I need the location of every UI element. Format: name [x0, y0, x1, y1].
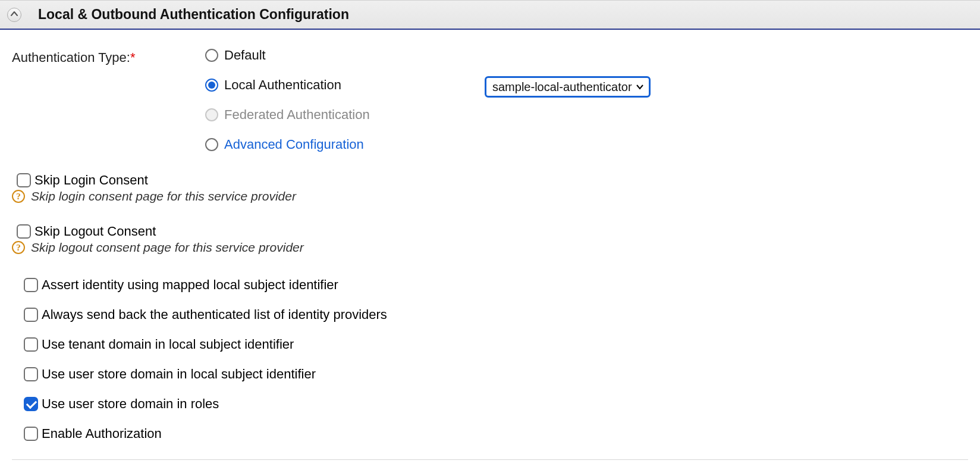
skip-logout-consent-help: Skip logout consent page for this servic…	[31, 240, 304, 255]
collapse-toggle[interactable]	[7, 8, 21, 22]
skip-login-consent-help-row: ? Skip login consent page for this servi…	[12, 189, 968, 203]
local-authenticator-select-wrap: sample-local-authenticator	[485, 76, 651, 98]
auth-radio-local[interactable]	[205, 79, 218, 92]
skip-login-consent[interactable]: Skip Login Consent	[17, 173, 968, 188]
auth-option-default-label: Default	[224, 48, 266, 63]
skip-logout-consent-help-row: ? Skip logout consent page for this serv…	[12, 240, 968, 255]
opt-always-send-idp-list-label: Always send back the authenticated list …	[42, 307, 387, 322]
auth-option-advanced[interactable]: Advanced Configuration	[205, 137, 485, 152]
chevron-up-icon	[10, 8, 18, 21]
additional-options: Assert identity using mapped local subje…	[19, 277, 968, 441]
opt-enable-authorization-checkbox[interactable]	[24, 427, 38, 441]
opt-use-user-store-domain-roles-checkbox[interactable]	[24, 397, 38, 411]
skip-logout-consent-checkbox[interactable]	[17, 224, 31, 239]
auth-type-row: Authentication Type:* Default Local Auth…	[12, 48, 968, 152]
auth-radio-default[interactable]	[205, 49, 218, 62]
opt-always-send-idp-list[interactable]: Always send back the authenticated list …	[24, 307, 968, 322]
auth-option-federated: Federated Authentication	[205, 107, 485, 123]
opt-assert-identity-label: Assert identity using mapped local subje…	[42, 277, 338, 293]
opt-enable-authorization[interactable]: Enable Authorization	[24, 426, 968, 441]
auth-type-label-text: Authentication Type:	[12, 50, 130, 65]
auth-option-advanced-label: Advanced Configuration	[224, 137, 364, 152]
help-icon[interactable]: ?	[12, 190, 25, 203]
skip-logout-consent[interactable]: Skip Logout Consent	[17, 224, 968, 239]
local-authenticator-select[interactable]: sample-local-authenticator	[485, 76, 651, 98]
section-header: Local & Outbound Authentication Configur…	[0, 0, 980, 30]
auth-radio-federated	[205, 108, 218, 121]
auth-option-local-label: Local Authentication	[224, 77, 341, 93]
opt-use-user-store-domain-roles-label: Use user store domain in roles	[42, 396, 219, 412]
section-content: Authentication Type:* Default Local Auth…	[0, 30, 980, 472]
opt-use-tenant-domain-label: Use tenant domain in local subject ident…	[42, 337, 294, 352]
opt-use-user-store-domain-subject[interactable]: Use user store domain in local subject i…	[24, 367, 968, 382]
opt-always-send-idp-list-checkbox[interactable]	[24, 308, 38, 322]
opt-use-user-store-domain-subject-label: Use user store domain in local subject i…	[42, 367, 316, 382]
skip-login-consent-label: Skip Login Consent	[34, 173, 148, 188]
opt-enable-authorization-label: Enable Authorization	[42, 426, 162, 441]
auth-option-default[interactable]: Default	[205, 48, 485, 63]
auth-option-federated-label: Federated Authentication	[224, 107, 370, 123]
opt-use-tenant-domain[interactable]: Use tenant domain in local subject ident…	[24, 337, 968, 352]
help-icon[interactable]: ?	[12, 241, 25, 254]
skip-login-consent-block: Skip Login Consent ? Skip login consent …	[12, 173, 968, 203]
section-title: Local & Outbound Authentication Configur…	[38, 7, 349, 23]
divider	[12, 459, 968, 460]
opt-assert-identity[interactable]: Assert identity using mapped local subje…	[24, 277, 968, 293]
opt-use-user-store-domain-subject-checkbox[interactable]	[24, 367, 38, 381]
opt-assert-identity-checkbox[interactable]	[24, 278, 38, 292]
auth-option-local[interactable]: Local Authentication	[205, 77, 485, 93]
skip-logout-consent-block: Skip Logout Consent ? Skip logout consen…	[12, 224, 968, 255]
skip-login-consent-help: Skip login consent page for this service…	[31, 189, 296, 203]
auth-type-label: Authentication Type:*	[12, 48, 205, 65]
required-mark: *	[130, 50, 136, 65]
skip-login-consent-checkbox[interactable]	[17, 173, 31, 187]
auth-type-options: Default Local Authentication Federated A…	[205, 48, 485, 152]
auth-radio-advanced[interactable]	[205, 138, 218, 151]
opt-use-user-store-domain-roles[interactable]: Use user store domain in roles	[24, 396, 968, 412]
opt-use-tenant-domain-checkbox[interactable]	[24, 337, 38, 352]
skip-logout-consent-label: Skip Logout Consent	[34, 224, 156, 239]
